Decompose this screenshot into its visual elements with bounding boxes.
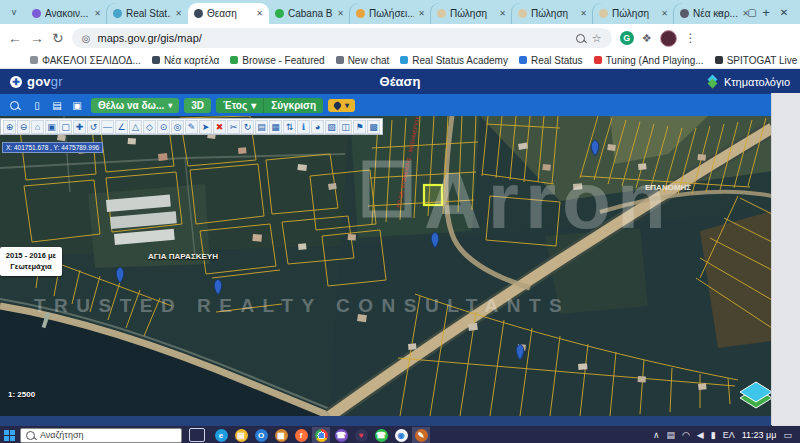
browser-tab[interactable]: Cabana Β ✕ xyxy=(269,3,350,24)
measure-line-tool[interactable]: ― xyxy=(101,120,114,134)
start-button[interactable] xyxy=(2,428,16,442)
location-pin-button[interactable]: ▾ xyxy=(328,99,355,112)
map-search-button[interactable] xyxy=(5,97,23,113)
tab-close-icon[interactable]: ✕ xyxy=(256,9,263,18)
tab-close-icon[interactable]: ✕ xyxy=(499,9,506,18)
ktimatologio-logo[interactable]: Κτηματολόγιο xyxy=(708,76,790,88)
language-indicator[interactable]: ΕΛ xyxy=(723,430,735,440)
profile-avatar[interactable] xyxy=(660,30,677,47)
clock[interactable]: 11:23 μμ xyxy=(742,430,777,440)
browser-tab[interactable]: Πωλήσει... ✕ xyxy=(350,3,431,24)
maximize-button[interactable]: ▢ xyxy=(736,7,768,18)
bookmark-item[interactable]: Real Status Academy xyxy=(400,55,508,66)
select-tool[interactable]: ➤ xyxy=(199,120,212,134)
grid-tool[interactable]: ▦ xyxy=(269,120,282,134)
volume-icon[interactable]: ◀ xyxy=(697,430,704,440)
document-button[interactable]: ▯ xyxy=(28,97,46,113)
point-tool[interactable]: ⊙ xyxy=(157,120,170,134)
threed-button[interactable]: 3D xyxy=(184,98,211,113)
google-earth-app[interactable]: ◉ xyxy=(392,427,410,443)
chrome-app[interactable] xyxy=(312,427,330,443)
menu-kebab-icon[interactable]: ⋮ xyxy=(685,31,697,45)
taskbar-search[interactable]: Αναζήτηση xyxy=(20,428,182,443)
measure-area-tool[interactable]: △ xyxy=(129,120,142,134)
grammarly-extension-icon[interactable]: G xyxy=(620,31,634,45)
extensions-icon[interactable]: ❖ xyxy=(642,32,652,45)
browser-tab[interactable]: Πώληση ✕ xyxy=(512,3,593,24)
cut-tool[interactable]: ✂ xyxy=(227,120,240,134)
site-info-icon[interactable]: ◎ xyxy=(82,33,91,44)
map-viewport[interactable]: ΕΠ.ΟΔ. ΕΠΑΝΟΜΗΣ - ΜΕΣΗΜΕΡΙΟΥ ΑΓΙΑ ΠΑΡΑΣΚ… xyxy=(0,116,772,416)
compare-button[interactable]: Σύγκριση xyxy=(263,98,323,113)
save-button[interactable]: ▣ xyxy=(68,97,86,113)
outlook-app[interactable]: O xyxy=(252,427,270,443)
print-button[interactable]: ▤ xyxy=(48,97,66,113)
attribute-table-tool[interactable]: ▤ xyxy=(255,120,268,134)
flag-tool[interactable]: ⚑ xyxy=(353,120,366,134)
battery-icon[interactable]: ▮ xyxy=(711,430,716,440)
forward-button[interactable]: → xyxy=(30,31,44,45)
want-to-see-button[interactable]: Θέλω να δω... ▾ xyxy=(91,98,179,113)
browser-tab[interactable]: Real Stat... ✕ xyxy=(107,3,188,24)
tray-chevron-icon[interactable]: ∧ xyxy=(653,430,660,440)
zoom-window-tool[interactable]: ▣ xyxy=(45,120,58,134)
browser-tab[interactable]: Θεαση ✕ xyxy=(188,3,269,24)
layers-tool[interactable]: ▧ xyxy=(325,120,338,134)
photos-app[interactable]: ▦ xyxy=(272,427,290,443)
bookmark-star-icon[interactable]: ☆ xyxy=(592,32,602,45)
hatch-tool[interactable]: ▩ xyxy=(367,120,380,134)
address-bar[interactable]: ◎ maps.gov.gr/gis/map/ ☆ xyxy=(72,28,612,48)
tab-close-icon[interactable]: ✕ xyxy=(418,9,425,18)
bookmark-item[interactable]: New chat xyxy=(336,55,390,66)
file-explorer-app[interactable]: ▤ xyxy=(232,427,250,443)
tablet-mode-icon[interactable]: ▤ xyxy=(666,430,675,440)
browser-tab[interactable]: Πώληση ✕ xyxy=(593,3,674,24)
paint-tool-app[interactable]: ✎ xyxy=(412,427,430,443)
previous-extent-tool[interactable]: ↺ xyxy=(87,120,100,134)
polygon-select-tool[interactable]: ◇ xyxy=(143,120,156,134)
zoom-out-window-tool[interactable]: ▢ xyxy=(59,120,72,134)
tab-close-icon[interactable]: ✕ xyxy=(175,9,182,18)
bookmark-item[interactable]: Real Status xyxy=(519,55,583,66)
bookmark-item[interactable]: Browse - Featured xyxy=(230,55,324,66)
year-button[interactable]: Έτος ▾ xyxy=(216,98,263,113)
tab-search-button[interactable]: v xyxy=(6,4,22,20)
draw-tool[interactable]: ✎ xyxy=(185,120,198,134)
page-zoom-icon[interactable] xyxy=(576,34,585,43)
identify-tool[interactable]: ◕ xyxy=(311,120,324,134)
viber-app[interactable]: ☎ xyxy=(332,427,350,443)
browser-tab[interactable]: Πώληση ✕ xyxy=(431,3,512,24)
info-tool[interactable]: ℹ xyxy=(297,120,310,134)
network-icon[interactable]: ◠ xyxy=(682,430,690,440)
delete-tool[interactable]: ✖ xyxy=(213,120,226,134)
bookmark-item[interactable]: Νέα καρτέλα xyxy=(152,55,219,66)
zoom-out-tool[interactable]: ⊖ xyxy=(17,120,30,134)
firefox-app[interactable]: f xyxy=(292,427,310,443)
bookmark-item[interactable]: ΦΑΚΕΛΟΙ ΣΕΛΙΔΟΔ... xyxy=(30,55,141,66)
tab-close-icon[interactable]: ✕ xyxy=(661,9,668,18)
tab-close-icon[interactable]: ✕ xyxy=(580,9,587,18)
scrollbar-rail[interactable] xyxy=(771,93,800,425)
notifications-icon[interactable]: ▭ xyxy=(783,430,792,440)
task-view-button[interactable] xyxy=(189,428,205,442)
swap-layers-tool[interactable]: ⇅ xyxy=(283,120,296,134)
tab-close-icon[interactable]: ✕ xyxy=(337,9,344,18)
bookmark-item[interactable]: Tuning (And Playing... xyxy=(594,55,704,66)
split-view-tool[interactable]: ◫ xyxy=(339,120,352,134)
whatsapp-app[interactable]: ☎ xyxy=(372,427,390,443)
back-button[interactable]: ← xyxy=(8,31,22,45)
edge-app[interactable]: e xyxy=(212,427,230,443)
minimize-button[interactable]: – xyxy=(704,7,736,18)
bookmark-item[interactable]: SPITOGAT Live - Το... xyxy=(715,55,800,66)
refresh-button[interactable]: ↻ xyxy=(52,31,64,45)
measure-angle-tool[interactable]: ∠ xyxy=(115,120,128,134)
zoom-in-tool[interactable]: ⊕ xyxy=(3,120,16,134)
tab-close-icon[interactable]: ✕ xyxy=(94,9,101,18)
close-button[interactable]: ✕ xyxy=(768,7,800,18)
maps-pin-app[interactable]: ♥ xyxy=(352,427,370,443)
pan-tool[interactable]: ✚ xyxy=(73,120,86,134)
buffer-tool[interactable]: ◎ xyxy=(171,120,184,134)
browser-tab[interactable]: Ανακοιν... ✕ xyxy=(26,3,107,24)
refresh-tool[interactable]: ↻ xyxy=(241,120,254,134)
full-extent-tool[interactable]: ⌂ xyxy=(31,120,44,134)
